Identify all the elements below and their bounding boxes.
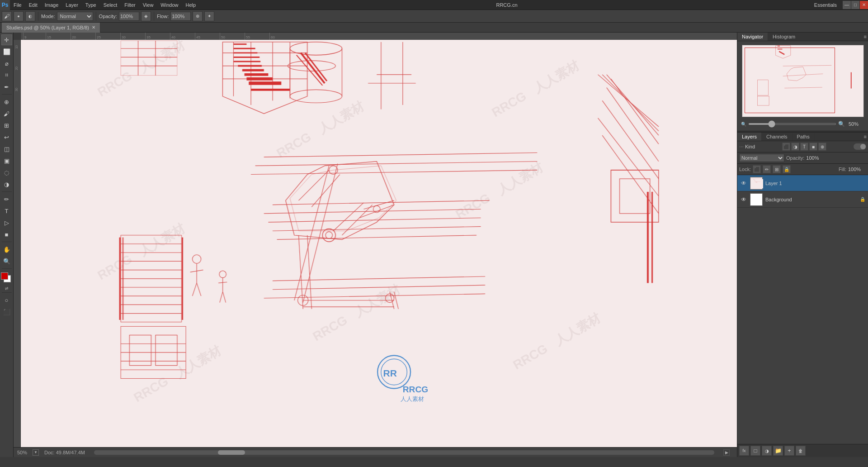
menu-file[interactable]: File	[10, 1, 25, 9]
lasso-tool[interactable]: ⌀	[1, 58, 12, 69]
canvas-area[interactable]: RRCG 人人素材 RRCG 人人素材 RRCG 人人素材 RRCG 人人素材 …	[21, 40, 737, 447]
brush-tool-btn[interactable]: 🖌	[2, 11, 12, 21]
lock-artboard-btn[interactable]: ⊞	[773, 165, 781, 173]
window-controls: — □ ✕	[842, 1, 868, 9]
blend-mode-select[interactable]: Normal Multiply Screen	[739, 154, 784, 162]
document-tab[interactable]: Studies.psd @ 50% (Layer 1, RGB/8) ✕	[2, 23, 100, 33]
quick-mask-tool[interactable]: ○	[1, 295, 12, 305]
stamp-tool[interactable]: ⊞	[1, 120, 12, 131]
menu-select[interactable]: Select	[100, 1, 121, 9]
new-fill-btn[interactable]: ◑	[762, 446, 772, 456]
filter-smart-btn[interactable]: ⊕	[818, 143, 826, 151]
left-tools-panel: ✛ ⬜ ⌀ ⌗ ✒ ⊕ 🖌 ⊞ ↩ ◫ ▣ ◌ ◑ ✏ T ▷ ■ ✋ 🔍 ⇌ …	[0, 33, 14, 457]
filter-pixel-btn[interactable]: ⬛	[782, 143, 790, 151]
new-layer-btn[interactable]: +	[784, 446, 794, 456]
svg-rect-79	[620, 179, 650, 214]
svg-point-25	[290, 42, 342, 55]
delete-layer-btn[interactable]: 🗑	[796, 446, 806, 456]
history-brush-tool[interactable]: ↩	[1, 132, 12, 143]
zoom-level[interactable]: 50%	[17, 450, 27, 455]
layer-thumbnail	[750, 177, 763, 190]
layer-fx-btn[interactable]: fx	[739, 446, 749, 456]
svg-line-44	[277, 235, 476, 240]
healing-tool[interactable]: ⊕	[1, 96, 12, 107]
close-button[interactable]: ✕	[860, 1, 868, 9]
text-tool[interactable]: T	[1, 205, 12, 216]
layer-item[interactable]: 👁 Background 🔒	[737, 191, 868, 208]
brush-size-btn[interactable]: ●	[14, 11, 24, 21]
airbrush-btn[interactable]: ◈	[141, 11, 151, 21]
maximize-button[interactable]: □	[851, 1, 859, 9]
smooth-btn[interactable]: ✦	[204, 11, 214, 21]
menu-view[interactable]: View	[139, 1, 157, 9]
filter-toggle[interactable]	[854, 143, 866, 150]
layer-visibility-btn[interactable]: 👁	[740, 196, 747, 203]
flow-input[interactable]	[170, 12, 191, 21]
blur-tool[interactable]: ◌	[1, 167, 12, 178]
layer-visibility-btn[interactable]: 👁	[740, 180, 747, 187]
move-tool[interactable]: ✛	[1, 34, 12, 45]
eraser-tool[interactable]: ◫	[1, 143, 12, 154]
zoom-out-icon[interactable]: 🔍	[741, 122, 746, 127]
tab-navigator[interactable]: Navigator	[737, 33, 768, 41]
zoom-in-icon[interactable]: 🔍	[838, 121, 845, 127]
navigator-viewport-rect[interactable]	[745, 48, 835, 113]
zoom-slider[interactable]	[748, 123, 836, 125]
marquee-tool[interactable]: ⬜	[1, 46, 12, 57]
sketch-drawing: RR RRCG 人人素材	[21, 40, 737, 447]
dodge-tool[interactable]: ◑	[1, 179, 12, 190]
menu-image[interactable]: Image	[41, 1, 62, 9]
eyedropper-tool[interactable]: ✒	[1, 81, 12, 92]
path-select-tool[interactable]: ▷	[1, 217, 12, 228]
crop-tool[interactable]: ⌗	[1, 70, 12, 81]
layers-tab-bar: Layers Channels Paths ≡	[737, 133, 868, 141]
menu-filter[interactable]: Filter	[121, 1, 139, 9]
panel-menu-btn[interactable]: ≡	[863, 33, 868, 41]
tab-paths[interactable]: Paths	[793, 133, 815, 141]
play-btn[interactable]: ▶	[723, 449, 730, 456]
lock-pixels-btn[interactable]: ⬛	[753, 165, 761, 173]
brush-hardness-btn[interactable]: ◐	[25, 11, 35, 21]
lock-position-btn[interactable]: ✏	[763, 165, 771, 173]
add-mask-btn[interactable]: □	[750, 446, 760, 456]
menu-type[interactable]: Type	[82, 1, 100, 9]
horizontal-scrollbar[interactable]	[94, 450, 714, 455]
menu-bar: Ps File Edit Image Layer Type Select Fil…	[0, 0, 868, 10]
navigator-preview[interactable]	[742, 45, 864, 117]
filter-shape-btn[interactable]: ■	[809, 143, 817, 151]
scrollbar-thumb[interactable]	[218, 450, 245, 455]
tab-layers[interactable]: Layers	[737, 133, 762, 141]
filter-type-btn[interactable]: T	[800, 143, 808, 151]
gradient-tool[interactable]: ▣	[1, 155, 12, 166]
fill-value[interactable]: 100%	[848, 167, 866, 172]
svg-point-65	[385, 294, 394, 302]
opacity-value[interactable]: 100%	[806, 155, 826, 161]
menu-help[interactable]: Help	[182, 1, 199, 9]
tab-channels[interactable]: Channels	[762, 133, 792, 141]
svg-line-42	[268, 218, 481, 222]
tab-histogram[interactable]: Histogram	[768, 33, 800, 41]
flow-btn[interactable]: ⊕	[193, 11, 203, 21]
zoom-options-btn[interactable]: ▼	[33, 449, 39, 456]
swap-colors-btn[interactable]: ⇌	[5, 286, 9, 291]
new-group-btn[interactable]: 📁	[773, 446, 783, 456]
mode-select[interactable]: Normal Dissolve Multiply	[57, 12, 93, 21]
layers-menu-btn[interactable]: ≡	[863, 133, 868, 141]
zoom-tool[interactable]: 🔍	[1, 256, 12, 267]
menu-layer[interactable]: Layer	[62, 1, 82, 9]
lock-all-btn[interactable]: 🔒	[783, 165, 791, 173]
screen-mode-btn[interactable]: ⬛	[1, 306, 12, 317]
layer-item[interactable]: 👁 Layer 1	[737, 175, 868, 191]
pen-tool[interactable]: ✏	[1, 194, 12, 205]
foreground-color-swatch[interactable]	[1, 272, 8, 280]
ruler-vertical: 10 20 30	[14, 40, 21, 447]
tab-close-btn[interactable]: ✕	[92, 25, 95, 30]
filter-adj-btn[interactable]: ◑	[791, 143, 799, 151]
hand-tool[interactable]: ✋	[1, 244, 12, 255]
minimize-button[interactable]: —	[843, 1, 851, 9]
shape-tool[interactable]: ■	[1, 229, 12, 240]
menu-window[interactable]: Window	[157, 1, 182, 9]
opacity-input[interactable]	[119, 12, 139, 21]
menu-edit[interactable]: Edit	[25, 1, 41, 9]
brush-tool[interactable]: 🖌	[1, 108, 12, 119]
